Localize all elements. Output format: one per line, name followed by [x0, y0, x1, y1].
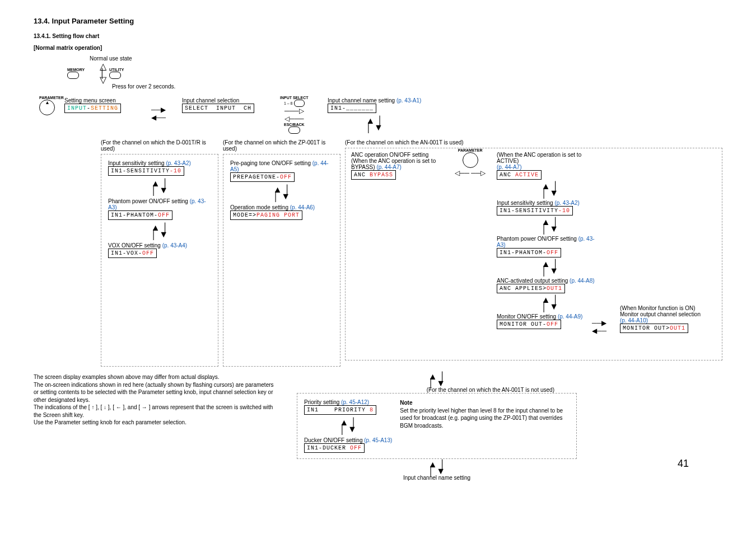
lcd-select-input-ch: SELECT INPUT CH [182, 104, 254, 113]
ud-arrow-icon: ▲ ││ ▼ [497, 261, 603, 274]
an-parameter-label: PARAMETER [455, 148, 486, 152]
an-phantom-label: Phantom power ON/OFF setting [497, 236, 577, 242]
utility-label: UTILITY [109, 68, 124, 72]
ud-arrow-icon: ▲ ││ ▼ [297, 373, 577, 387]
lcd-an-sensitivity: IN1-SENSITIVITY-10 [497, 206, 573, 216]
input-select-label: INPUT SELECT [280, 96, 309, 100]
d-sens-ref[interactable]: (p. 43-A2) [166, 160, 190, 166]
lcd-ducker: IN1-DUCKER OFF [304, 443, 365, 453]
lcd-d-vox: IN1-VOX-OFF [108, 249, 157, 258]
group-d-title: (For the channel on which the D-001T/R i… [101, 139, 218, 152]
group-an-title: (For the channel on which the AN-001T is… [345, 139, 722, 146]
ducker-label: Ducker ON/OFF setting [304, 437, 362, 443]
lr-arrow-icon: ──▶◀── [592, 319, 606, 335]
an-mon-sel-note2: Monitor output channel selection [620, 311, 715, 317]
lr-arrow-icon: ───▷◁─── [280, 107, 309, 123]
down-arrow-icon: △│▽ [100, 63, 106, 83]
lcd-anc-applies: ANC APPLIES>OUT1 [497, 284, 565, 293]
footer-note-4: Use the Parameter setting knob for each … [34, 419, 280, 427]
input-channel-selection-label: Input channel selection [182, 97, 254, 104]
an-active-note: (When the ANC operation is set to ACTIVE… [497, 152, 581, 164]
normal-use-state-label: Normal use state [90, 55, 132, 62]
prio-ref[interactable]: (p. 45-A12) [341, 399, 369, 405]
lcd-monitor-out1: MONITOR OUT>OUT1 [620, 324, 688, 333]
prio-label: Priority setting [304, 399, 339, 405]
an-anc-op-ref[interactable]: (p. 44-A7) [376, 164, 401, 170]
input-select-button[interactable] [294, 100, 304, 107]
ud-arrow-icon: ▲ ││ ▼ [108, 180, 211, 194]
an-mon-sel-note1: (When Monitor function is ON) [620, 305, 715, 311]
ud-arrow-icon: ▲ ││ ▼ [497, 219, 603, 232]
ud-arrow-icon: ▲ ││ ▼ [304, 419, 392, 433]
an-mon-sel-ref[interactable]: (p. 44-A10) [620, 317, 715, 324]
lcd-monitor-off: MONITOR OUT-OFF [497, 320, 561, 329]
an-anc-out-label: ANC-activated output setting [497, 278, 568, 284]
an-parameter-knob[interactable] [463, 152, 478, 168]
an-anc-out-ref[interactable]: (p. 44-A8) [570, 278, 594, 284]
d-sens-label: Input sensitivity setting [108, 160, 165, 166]
lcd-input-setting: INPUT-SETTING [64, 104, 121, 113]
lcd-anc-bypass: ANC BYPASS [351, 170, 396, 180]
group-notan-title: (For the channel on which the AN-001T is… [297, 387, 577, 393]
zp-mode-ref[interactable]: (p. 44-A6) [290, 204, 315, 210]
parameter-label: PARAMETER [39, 96, 64, 100]
ducker-ref[interactable]: (p. 45-A13) [364, 437, 392, 443]
zp-mode-label: Operation mode setting [230, 204, 288, 210]
footer-note-2: The on-screen indications shown in red h… [34, 381, 280, 404]
group-zp-title: (For the channel on which the ZP-001T is… [223, 139, 340, 152]
lcd-anc-active: ANC ACTIVE [497, 170, 542, 180]
page-number: 41 [678, 458, 689, 470]
footer-note-3: The indications of the [ ↑ ], [ ↓ ], [ ←… [34, 404, 280, 419]
an-mon-label: Monitor ON/OFF setting [497, 313, 556, 320]
memory-button[interactable] [67, 72, 79, 79]
an-anc-op-label: ANC operation ON/OFF setting [351, 152, 458, 158]
lcd-d-phantom: IN1-PHANTOM-OFF [108, 210, 172, 220]
channel-name-setting-label: Input channel name setting [328, 97, 395, 104]
parameter-knob[interactable]: ▴ [39, 100, 55, 115]
zp-prepage-label: Pre-paging tone ON/OFF setting [230, 160, 311, 166]
subsection-heading: 13.4.1. Setting flow chart [34, 33, 722, 39]
an-mon-ref[interactable]: (p. 44-A9) [558, 313, 582, 320]
press-instruction: Press for over 2 seconds. [112, 83, 175, 90]
mode-heading: [Normal matrix operation] [34, 45, 722, 51]
memory-label: MEMORY [67, 68, 85, 72]
ud-arrow-icon: ▲ ││ ▼ [108, 224, 211, 238]
input-select-range: 1 – 8 [284, 100, 305, 106]
setting-menu-label: Setting menu screen [64, 97, 121, 104]
ud-arrow-icon: ▲ ││ ▼ [230, 186, 333, 200]
an-active-ref[interactable]: (p. 44-A7) [497, 164, 521, 170]
lcd-priority: IN1 PRIORITY 8 [304, 405, 376, 415]
ud-arrow-icon: ▲ ││ ▼ [497, 183, 603, 196]
esc-back-button[interactable] [288, 127, 300, 134]
lr-arrow-icon: ◁── ──▷ [455, 169, 486, 177]
lcd-zp-mode: MODE=>PAGING PORT [230, 210, 302, 220]
note-title: Note [400, 400, 412, 406]
d-vox-label: VOX ON/OFF setting [108, 242, 161, 249]
ud-arrow-icon: ▲ ││ ▼ [297, 461, 577, 475]
bottom-chname-label: Input channel name setting [297, 475, 577, 481]
section-heading: 13.4. Input Parameter Setting [34, 17, 722, 25]
footer-note-1: The screen display examples shown above … [34, 373, 280, 381]
lcd-an-phantom: IN1-PHANTOM-OFF [497, 248, 561, 257]
d-vox-ref[interactable]: (p. 43-A4) [162, 242, 187, 249]
up-down-arrow-icon: ▲ ││ ▼ [328, 118, 421, 131]
channel-name-ref[interactable]: (p. 43-A1) [396, 97, 421, 104]
lcd-d-sensitivity: IN1-SENSITIVITY-10 [108, 166, 184, 176]
right-arrow-icon: ──▶◀── [151, 106, 166, 121]
note-body: Set the priority level higher than level… [400, 407, 563, 429]
ud-arrow-icon: ▲ ││ ▼ [497, 297, 603, 310]
an-sens-label: Input sensitivity setting [497, 200, 553, 206]
utility-button[interactable] [109, 72, 121, 79]
lcd-zp-prepage: PREPAGETONE-OFF [230, 172, 295, 182]
esc-back-label: ESC/BACK [280, 123, 309, 127]
d-phantom-label: Phantom power ON/OFF setting [108, 198, 188, 204]
lcd-in1-name: IN1-_______ [328, 104, 376, 113]
an-sens-ref[interactable]: (p. 43-A2) [554, 200, 579, 206]
